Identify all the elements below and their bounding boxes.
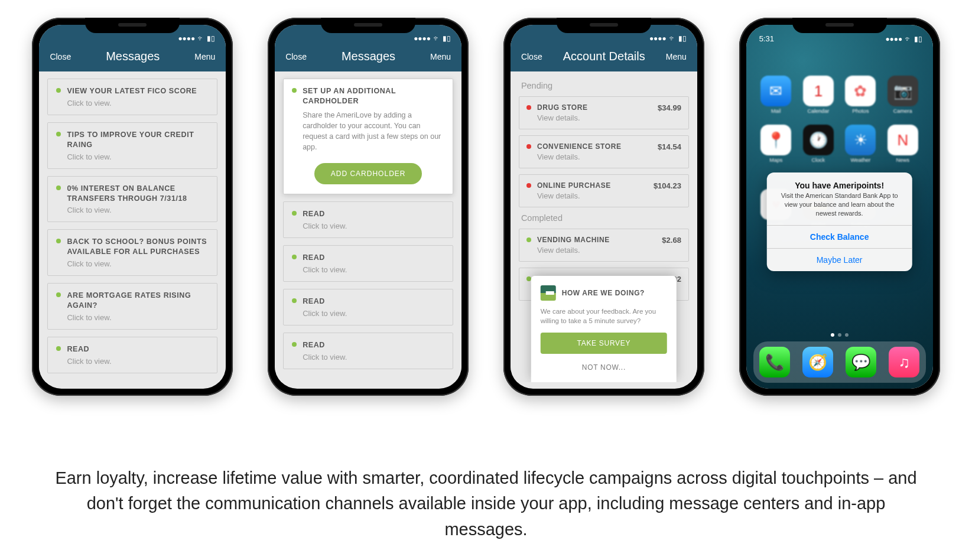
dock-app-icon[interactable]: ♫ [889,347,919,377]
marketing-caption: Earn loyalty, increase lifetime value wi… [0,465,972,543]
add-cardholder-button[interactable]: ADD CARDHOLDER [314,163,422,184]
message-card[interactable]: 0% INTEREST ON BALANCE TRANSFERS THROUGH… [47,176,217,223]
phone-mockup-1: ●●●● ᯤ ▮▯ Close Messages Menu VIEW YOUR … [32,18,233,396]
msg-subtitle: Click to view. [56,259,209,268]
menu-button[interactable]: Menu [430,52,451,61]
message-card[interactable]: READClick to view. [283,201,453,238]
transactions-list: Pending DRUG STOREView details.$34.99CON… [511,71,697,382]
message-card[interactable]: BACK TO SCHOOL? BONUS POINTS AVAILABLE F… [47,229,217,276]
message-card[interactable]: READClick to view. [47,337,217,373]
app-icon-mail[interactable]: ✉Mail [759,76,794,114]
message-card[interactable]: ARE MORTGAGE RATES RISING AGAIN?Click to… [47,283,217,330]
phone-mockup-4: 5:31 ●●●● ᯤ ▮▯ ✉Mail1Calendar✿Photos📷Cam… [739,18,940,396]
app-icon-label: Maps [759,157,794,163]
maybe-later-button[interactable]: Maybe Later [766,248,912,271]
signal-icon: ●●●● [649,34,667,43]
msg-subtitle: Click to view. [56,313,209,322]
status-dot-icon [292,255,297,259]
messages-list: SET UP AN ADDITIONAL CARDHOLDER Share th… [275,71,461,382]
message-card[interactable]: TIPS TO IMPROVE YOUR CREDIT RAINGClick t… [47,122,217,169]
app-icon-label: Camera [886,108,920,114]
battery-icon: ▮▯ [678,34,687,43]
dock-app-icon[interactable]: 💬 [846,347,876,377]
msg-title: VIEW YOUR LATEST FICO SCORE [67,87,197,95]
txn-name: ONLINE PURCHASE [537,181,654,190]
brand-icon [541,285,556,301]
wifi-icon: ᯤ [433,34,440,43]
msg-subtitle: Click to view. [56,152,209,161]
take-survey-button[interactable]: TAKE SURVEY [541,333,667,354]
app-icon-weather[interactable]: ☀Weather [844,125,878,163]
app-icon-camera[interactable]: 📷Camera [886,76,920,114]
wifi-icon: ᯤ [669,34,676,43]
phone-notch [557,18,651,33]
app-icon-news[interactable]: NNews [886,125,920,163]
status-dot-icon [292,342,297,347]
txn-amount: $2.68 [662,236,681,245]
battery-icon: ▮▯ [914,35,922,43]
dock-app-icon[interactable]: 🧭 [802,347,833,377]
menu-button[interactable]: Menu [666,52,687,61]
phone-mockup-3: ●●●● ᯤ ▮▯ Close Account Details Menu Pen… [503,18,704,396]
page-title: Account Details [563,50,645,63]
status-time: 5:31 [759,34,774,43]
status-dot-icon [56,346,61,351]
app-icon-label: Mail [759,108,794,114]
survey-popup: HOW ARE WE DOING? We care about your fee… [531,276,677,382]
page-title: Messages [106,50,160,63]
app-header: Close Messages Menu [275,47,461,71]
status-dot-icon [56,292,61,297]
message-card[interactable]: READClick to view. [283,289,453,325]
transaction-row[interactable]: ONLINE PURCHASEView details.$104.23 [519,174,689,207]
app-icon-photos[interactable]: ✿Photos [844,76,878,114]
page-indicator [831,333,849,337]
message-expanded[interactable]: SET UP AN ADDITIONAL CARDHOLDER Share th… [283,79,453,194]
check-balance-button[interactable]: Check Balance [766,225,912,248]
popup-body: We care about your feedback. Are you wil… [541,307,667,325]
app-icon-calendar[interactable]: 1Calendar [801,76,836,114]
message-card[interactable]: VIEW YOUR LATEST FICO SCOREClick to view… [47,79,217,115]
ios-notification-alert: You have Ameripoints! Visit the American… [766,172,912,271]
section-pending: Pending [521,81,687,90]
close-button[interactable]: Close [285,52,307,61]
msg-subtitle: Click to view. [292,353,444,362]
app-icon-label: News [886,157,920,163]
app-icon-label: Clock [801,157,836,163]
page-title: Messages [342,50,395,63]
txn-subtitle: View details. [537,113,658,122]
signal-icon: ●●●● [414,34,431,43]
msg-subtitle: Click to view. [292,309,444,318]
status-dot-icon [292,211,297,216]
menu-button[interactable]: Menu [194,52,215,61]
msg-subtitle: Click to view. [56,357,209,366]
not-now-button[interactable]: NOT NOW... [541,359,667,376]
wifi-icon: ᯤ [197,34,204,43]
app-header: Close Account Details Menu [511,47,697,71]
status-dot-icon [292,298,297,303]
status-dot-icon [56,132,61,136]
app-icon-clock[interactable]: 🕐Clock [801,125,836,163]
status-dot-icon [526,105,531,110]
status-dot-icon [292,88,297,93]
status-dot-icon [56,185,61,190]
signal-icon: ●●●● [885,35,902,43]
app-header: Close Messages Menu [39,47,226,71]
close-button[interactable]: Close [50,52,71,61]
dock-app-icon[interactable]: 📞 [759,347,790,377]
txn-subtitle: View details. [537,191,654,200]
close-button[interactable]: Close [521,52,542,61]
message-card[interactable]: READClick to view. [283,245,453,282]
transaction-row[interactable]: DRUG STOREView details.$34.99 [519,96,689,129]
app-icon-maps[interactable]: 📍Maps [759,125,794,163]
txn-amount: $104.23 [654,181,681,190]
txn-name: DRUG STORE [537,103,658,112]
msg-title: READ [303,341,325,349]
msg-title: READ [67,345,89,353]
messages-list: VIEW YOUR LATEST FICO SCOREClick to view… [39,71,226,382]
transaction-row[interactable]: CONVENIENCE STOREView details.$14.54 [519,135,689,168]
transaction-row[interactable]: VENDING MACHINEView details.$2.68 [519,229,689,262]
message-card[interactable]: READClick to view. [283,333,453,369]
msg-subtitle: Click to view. [56,99,209,108]
msg-title: READ [303,210,325,218]
app-icon-label: Calendar [801,108,836,114]
